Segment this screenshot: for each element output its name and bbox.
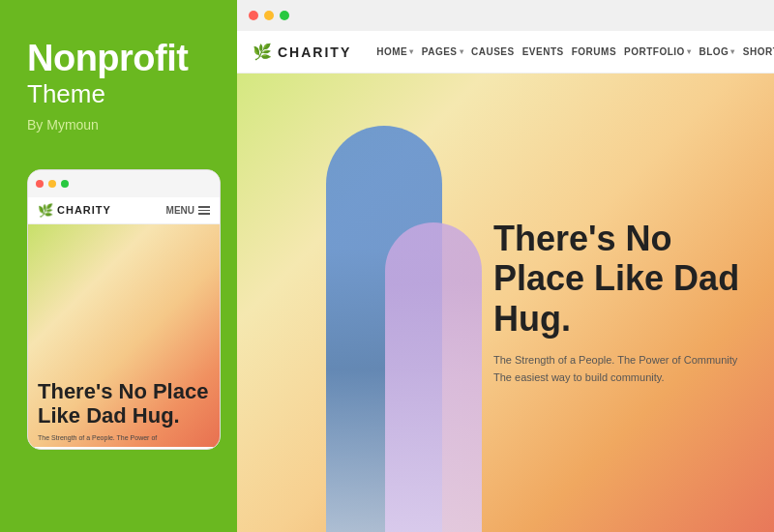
nav-item-pages[interactable]: PAGES ▾ [422,46,463,57]
mobile-dot-yellow [48,180,56,188]
left-panel: Nonprofit Theme By Mymoun 🌿 CHARITY MENU [0,0,237,532]
hamburger-icon [198,206,210,215]
person-child [385,222,482,532]
mobile-dot-red [36,180,44,188]
hero-description: The Strength of a People. The Power of C… [493,352,745,386]
nav-label-shortcodes: SHORTCODES [743,46,774,57]
nav-items: HOME ▾ PAGES ▾ CAUSES EVENTS FORUMS PORT [376,46,774,57]
mobile-logo-area: 🌿 CHARITY [38,203,111,218]
theme-author: By Mymoun [27,117,210,133]
nav-item-home[interactable]: HOME ▾ [376,46,414,57]
nav-label-portfolio: PORTFOLIO [624,46,685,57]
mobile-dot-green [61,180,69,188]
mobile-logo-text: CHARITY [57,204,111,216]
desktop-logo-text: CHARITY [278,44,351,60]
nav-item-blog[interactable]: BLOG ▾ [699,46,734,57]
dot-red [249,11,258,20]
nav-item-shortcodes[interactable]: SHORTCODES ▾ [743,46,774,57]
mobile-hero-subtext: The Strength of a People. The Power of [38,434,210,441]
nav-item-portfolio[interactable]: PORTFOLIO ▾ [624,46,691,57]
nav-arrow-pages: ▾ [460,47,464,56]
mobile-hero-title: There's No Place Like Dad Hug. [38,380,210,427]
nav-label-home: HOME [376,46,407,57]
nav-item-events[interactable]: EVENTS [522,46,564,57]
nav-item-causes[interactable]: CAUSES [471,46,515,57]
nav-arrow-portfolio: ▾ [687,47,692,56]
nav-arrow-home: ▾ [409,47,414,56]
nav-label-pages: PAGES [422,46,458,57]
mobile-navbar: 🌿 CHARITY MENU [28,197,220,224]
mobile-menu-label-text: MENU [166,205,194,216]
theme-subtitle: Theme [27,79,210,109]
hero-overlay-content: There's No Place Like Dad Hug. The Stren… [493,219,745,386]
hero-description-line1: The Strength of a People. The Power of C… [493,354,737,366]
nav-label-causes: CAUSES [471,46,515,57]
mobile-menu-button[interactable]: MENU [166,205,210,216]
desktop-hero: There's No Place Like Dad Hug. The Stren… [237,74,774,532]
mobile-logo-icon: 🌿 [38,203,53,218]
hero-title: There's No Place Like Dad Hug. [493,219,745,339]
people-silhouette [237,74,532,532]
browser-bar [237,0,774,31]
nav-arrow-blog: ▾ [730,47,735,56]
hero-description-line2: The easiest way to build community. [493,371,664,383]
nav-label-events: EVENTS [522,46,564,57]
desktop-logo-area: 🌿 CHARITY [253,43,351,61]
nav-label-blog: BLOG [699,46,729,57]
dot-green [280,11,289,20]
nav-item-forums[interactable]: FORUMS [572,46,616,57]
dot-yellow [264,11,274,20]
desktop-navbar: 🌿 CHARITY HOME ▾ PAGES ▾ CAUSES EVENTS [237,31,774,74]
nav-label-forums: FORUMS [572,46,616,57]
mobile-browser-bar [28,170,220,197]
desktop-frame: 🌿 CHARITY HOME ▾ PAGES ▾ CAUSES EVENTS [237,31,774,532]
theme-title: Nonprofit [27,39,210,79]
right-panel: 🌿 CHARITY HOME ▾ PAGES ▾ CAUSES EVENTS [237,0,774,532]
desktop-logo-icon: 🌿 [253,43,272,61]
mobile-hero: There's No Place Like Dad Hug. The Stren… [28,224,220,447]
mobile-preview: 🌿 CHARITY MENU There's No Place Like Dad… [27,169,221,450]
